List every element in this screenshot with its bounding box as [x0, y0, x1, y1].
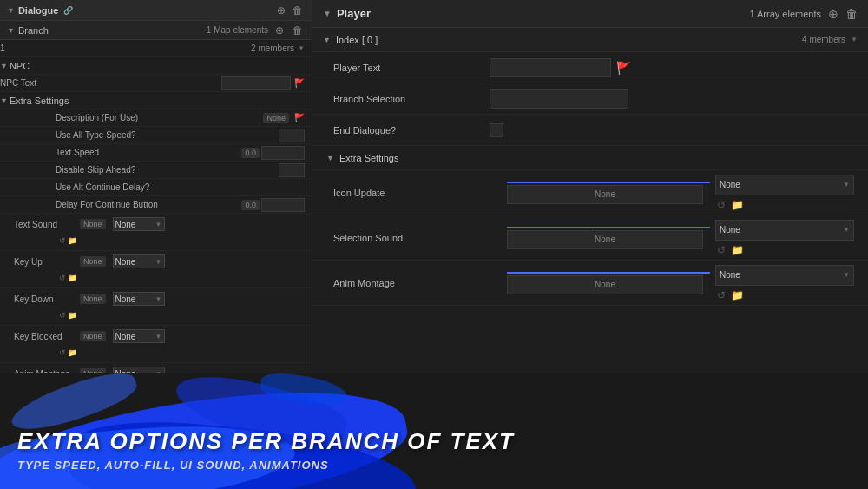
anim-montage-icons: ↺ 📁 — [715, 289, 854, 301]
npc-row: ▼ NPC — [0, 57, 312, 75]
selection-sound-dropdown-group: None ▼ ↺ 📁 — [715, 220, 854, 256]
key-down-dropdown-group: None ▼ — [113, 292, 165, 306]
dialogue-link-icon: 🔗 — [63, 6, 73, 15]
bottom-main-text: Extra Options Per Branch of Text — [17, 428, 515, 455]
key-blocked-icons-row: ↺ 📁 — [7, 345, 305, 360]
anim-montage-none-btn[interactable]: None — [507, 275, 703, 294]
dropdown-arrow-2: ▼ — [843, 226, 850, 234]
add-array-btn[interactable]: ⊕ — [828, 7, 838, 21]
text-speed-label: Text Speed — [56, 148, 241, 157]
text-sound-group: Text Sound None None ▼ ↺ 📁 — [0, 214, 312, 251]
anim-montage-row: Anim Montage None None ▼ — [7, 365, 305, 373]
extra-settings-label: Extra Settings — [10, 96, 69, 106]
anim-montage-right-row: Anim Montage None None ▼ ↺ 📁 — [312, 261, 868, 306]
extra-arrow: ▼ — [0, 96, 8, 105]
use-all-type-input[interactable] — [279, 129, 305, 142]
refresh-icon-r2[interactable]: ↺ — [717, 244, 726, 256]
icon-update-dropdown[interactable]: None ▼ — [715, 175, 854, 195]
branch-add-icon[interactable]: ⊕ — [273, 24, 286, 36]
key-down-group: Key Down None None ▼ ↺ 📁 — [0, 288, 312, 326]
members-label: 2 members — [251, 43, 294, 53]
anim-montage-select[interactable]: None ▼ — [113, 367, 165, 373]
selection-sound-none-btn[interactable]: None — [507, 230, 703, 249]
description-row: Description (For Use) None 🚩 — [0, 109, 312, 127]
text-speed-input[interactable] — [261, 146, 305, 160]
refresh-icon-2[interactable]: ↺ — [59, 274, 66, 282]
bottom-text-area: Extra Options Per Branch of Text Type Sp… — [17, 428, 515, 472]
icon-update-controls: None None ▼ ↺ 📁 — [507, 175, 854, 211]
extra-settings-arrow: ▼ — [326, 154, 334, 162]
text-sound-icons-row: ↺ 📁 — [7, 233, 305, 248]
anim-montage-right-controls: None None ▼ ↺ 📁 — [507, 265, 854, 301]
delete-icon[interactable]: 🗑 — [291, 4, 305, 17]
npc-text-input[interactable] — [221, 76, 291, 90]
branch-delete-icon[interactable]: 🗑 — [291, 24, 305, 36]
key-blocked-row: Key Blocked None None ▼ — [7, 327, 305, 345]
selection-sound-dropdown[interactable]: None ▼ — [715, 220, 854, 241]
anim-montage-group: Anim Montage None None ▼ ↺ 📁 — [0, 363, 312, 373]
delay-continue-input[interactable] — [261, 198, 305, 212]
selection-sound-controls: None None ▼ ↺ 📁 — [507, 220, 854, 256]
end-dialogue-checkbox[interactable] — [490, 123, 503, 137]
text-sound-select[interactable]: None ▼ — [113, 217, 165, 231]
key-blocked-select[interactable]: None ▼ — [113, 329, 165, 343]
folder-icon-r1[interactable]: 📁 — [731, 199, 744, 211]
folder-icon-r2[interactable]: 📁 — [731, 244, 744, 256]
anim-montage-right-label: Anim Montage — [333, 278, 507, 288]
index-row: 1 2 members ▼ — [0, 40, 312, 57]
folder-icon-1[interactable]: 📁 — [68, 236, 77, 245]
player-text-flag-btn[interactable]: 🚩 — [616, 61, 631, 75]
key-up-select[interactable]: None ▼ — [113, 254, 165, 268]
add-icon[interactable]: ⊕ — [275, 4, 287, 17]
left-sidebar: ▼ Dialogue 🔗 ⊕ 🗑 ▼ Branch 1 Map elements… — [0, 0, 312, 373]
folder-icon-2[interactable]: 📁 — [68, 274, 77, 282]
key-blocked-group: Key Blocked None None ▼ ↺ 📁 — [0, 326, 312, 363]
bottom-section: Extra Options Per Branch of Text Type Sp… — [0, 373, 868, 489]
delay-continue-value: 0.0 — [241, 200, 260, 210]
extra-settings-header: ▼ Extra Settings — [312, 146, 868, 170]
key-up-label: Key Up — [7, 257, 76, 267]
player-text-input[interactable] — [490, 58, 611, 77]
refresh-icon-r3[interactable]: ↺ — [717, 289, 726, 301]
npc-text-label: NPC Text — [0, 78, 221, 88]
key-blocked-dropdown-group: None ▼ — [113, 329, 165, 343]
icon-update-none-btn[interactable]: None — [507, 185, 703, 204]
end-dialogue-field-row: End Dialogue? — [312, 115, 868, 146]
selection-sound-row: Selection Sound None None ▼ ↺ 📁 — [312, 215, 868, 261]
delay-continue-row: Delay For Continue Button 0.0 — [0, 196, 312, 214]
sidebar-header: ▼ Dialogue 🔗 ⊕ 🗑 — [0, 0, 312, 21]
use-alt-continue-row: Use Alt Continue Delay? — [0, 179, 312, 196]
key-down-select[interactable]: None ▼ — [113, 292, 165, 306]
anim-montage-right-input-area: None — [507, 272, 710, 294]
selection-sound-icons: ↺ 📁 — [715, 244, 854, 256]
anim-montage-dropdown[interactable]: None ▼ — [715, 265, 854, 286]
index-value: 1 — [0, 43, 5, 53]
index-chevron: ▼ — [851, 36, 858, 43]
refresh-icon-3[interactable]: ↺ — [59, 311, 66, 320]
index-header: ▼ Index [ 0 ] 4 members ▼ — [312, 28, 868, 52]
key-down-none: None — [80, 294, 106, 304]
folder-icon-4[interactable]: 📁 — [68, 348, 77, 357]
refresh-icon-r1[interactable]: ↺ — [717, 199, 726, 211]
branch-label: Branch — [18, 25, 49, 36]
folder-icon-r3[interactable]: 📁 — [731, 289, 744, 301]
npc-arrow: ▼ — [0, 62, 8, 70]
key-up-dropdown-group: None ▼ — [113, 254, 165, 268]
index-label: Index [ 0 ] — [336, 35, 378, 45]
refresh-icon-4[interactable]: ↺ — [59, 348, 66, 357]
text-sound-dropdown-group: None ▼ — [113, 217, 165, 231]
delete-array-btn[interactable]: 🗑 — [845, 7, 858, 21]
disable-skip-input[interactable] — [279, 163, 305, 177]
branch-selection-input[interactable] — [490, 89, 628, 109]
player-text-input-group: 🚩 — [490, 58, 631, 77]
use-all-type-row: Use All Type Speed? — [0, 127, 312, 144]
text-speed-row: Text Speed 0.0 — [0, 144, 312, 162]
folder-icon-3[interactable]: 📁 — [68, 311, 77, 320]
refresh-icon-1[interactable]: ↺ — [59, 236, 66, 245]
branch-header: ▼ Branch 1 Map elements ⊕ 🗑 — [0, 21, 312, 40]
icon-update-label: Icon Update — [333, 188, 507, 198]
index-members-count: 4 members — [802, 35, 845, 44]
selection-sound-accent-line — [507, 227, 710, 228]
right-panel: ▼ Player 1 Array elements ⊕ 🗑 ▼ Index [ … — [312, 0, 868, 373]
disable-skip-label: Disable Skip Ahead? — [56, 165, 279, 175]
